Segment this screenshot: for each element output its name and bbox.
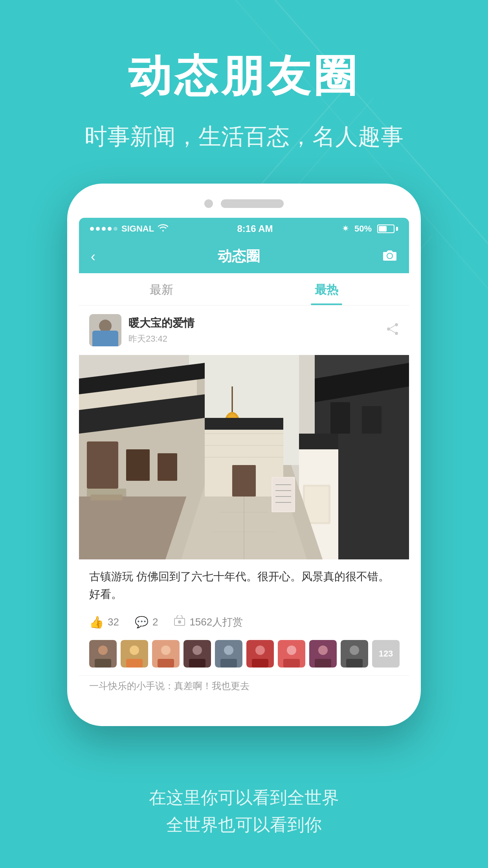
phone-container: SIGNAL 8:16 AM ✴ 50%	[0, 184, 488, 726]
svg-point-7	[395, 332, 398, 335]
mini-avatar-5[interactable]	[215, 640, 242, 668]
status-left: SIGNAL	[90, 224, 168, 234]
signal-dot-4	[108, 227, 112, 231]
post-user-text: 暖大宝的爱情 昨天23:42	[128, 316, 194, 345]
comment-action[interactable]: 💬 2	[135, 616, 158, 629]
svg-point-53	[178, 620, 181, 623]
tabs-bar: 最新 最热	[79, 273, 409, 305]
tab-latest[interactable]: 最新	[79, 273, 244, 305]
phone-speaker	[221, 199, 284, 208]
back-button[interactable]: ‹	[91, 248, 95, 265]
comment-preview-text: 一斗快乐的小手说：真差啊！我也更去	[89, 680, 250, 691]
post-actions: 👍 32 💬 2	[79, 610, 409, 636]
content-area: 暖大宝的爱情 昨天23:42	[79, 305, 409, 700]
svg-point-58	[130, 645, 139, 655]
signal-label: SIGNAL	[121, 224, 154, 234]
svg-rect-18	[158, 453, 177, 481]
svg-rect-65	[189, 659, 205, 668]
battery-bar	[377, 224, 394, 233]
sub-title: 时事新闻，生活百态，名人趣事	[0, 121, 488, 152]
avatar-row: 123	[79, 636, 409, 675]
status-right: ✴ 50%	[342, 224, 398, 234]
like-icon: 👍	[89, 615, 104, 629]
nav-title: 动态圈	[218, 247, 260, 266]
svg-rect-47	[273, 478, 294, 511]
post-time: 昨天23:42	[128, 333, 194, 345]
signal-dots	[90, 227, 117, 231]
svg-rect-30	[305, 487, 328, 522]
svg-point-64	[193, 645, 202, 655]
svg-rect-21	[91, 495, 122, 500]
footer-line1: 在这里你可以看到全世界	[0, 786, 488, 809]
svg-line-9	[390, 330, 395, 333]
phone-mockup: SIGNAL 8:16 AM ✴ 50%	[67, 184, 421, 726]
avatar-img	[89, 314, 121, 346]
post-header: 暖大宝的爱情 昨天23:42	[79, 305, 409, 355]
wifi-icon	[158, 224, 168, 234]
svg-rect-62	[158, 659, 174, 668]
mini-avatar-3[interactable]	[152, 640, 180, 668]
svg-point-70	[255, 645, 265, 655]
more-count-badge[interactable]: 123	[372, 640, 400, 668]
mini-avatar-7[interactable]	[278, 640, 305, 668]
battery-fill	[379, 226, 387, 232]
post-card: 暖大宝的爱情 昨天23:42	[79, 305, 409, 700]
status-bar: SIGNAL 8:16 AM ✴ 50%	[79, 218, 409, 240]
svg-rect-77	[315, 659, 331, 668]
like-count: 32	[108, 616, 119, 628]
like-action[interactable]: 👍 32	[89, 615, 119, 629]
status-time: 8:16 AM	[237, 223, 273, 234]
post-username[interactable]: 暖大宝的爱情	[128, 316, 194, 331]
svg-rect-26	[362, 406, 382, 434]
signal-dot-1	[90, 227, 94, 231]
mini-avatar-1[interactable]	[89, 640, 117, 668]
camera-button[interactable]	[382, 248, 397, 265]
bluetooth-icon: ✴	[342, 224, 349, 234]
svg-point-5	[395, 323, 398, 326]
mini-avatar-9[interactable]	[341, 640, 368, 668]
comment-preview: 一斗快乐的小手说：真差啊！我也更去	[79, 675, 409, 700]
user-avatar[interactable]	[89, 314, 121, 346]
svg-point-76	[318, 645, 328, 655]
svg-rect-28	[299, 434, 338, 449]
tab-hot[interactable]: 最热	[244, 273, 409, 305]
svg-rect-68	[220, 659, 237, 668]
svg-rect-71	[252, 659, 268, 668]
reward-action[interactable]: 1562人打赏	[174, 615, 243, 629]
signal-dot-5	[114, 227, 117, 231]
footer-text: 在这里你可以看到全世界 全世界也可以看到你	[0, 786, 488, 837]
svg-rect-17	[126, 449, 150, 481]
reward-icon	[174, 615, 185, 629]
svg-rect-41	[205, 418, 283, 430]
battery-tip	[396, 227, 398, 231]
comment-count: 2	[152, 616, 158, 628]
mini-avatar-8[interactable]	[309, 640, 337, 668]
svg-rect-80	[346, 659, 363, 668]
svg-point-79	[350, 645, 359, 655]
mini-avatar-2[interactable]	[121, 640, 148, 668]
main-title: 动态朋友圈	[0, 47, 488, 106]
svg-point-55	[98, 645, 108, 655]
svg-point-61	[161, 645, 171, 655]
svg-rect-25	[330, 402, 350, 434]
mini-avatar-4[interactable]	[183, 640, 211, 668]
phone-camera	[204, 199, 213, 208]
post-content: 古镇游玩 仿佛回到了六七十年代。很开心。风景真的很不错。 好看。	[79, 559, 409, 610]
comment-icon: 💬	[135, 616, 149, 629]
svg-rect-74	[283, 659, 300, 668]
svg-rect-59	[126, 659, 143, 668]
share-button[interactable]	[386, 323, 399, 338]
svg-point-67	[224, 645, 233, 655]
header-area: 动态朋友圈 时事新闻，生活百态，名人趣事	[0, 0, 488, 152]
post-image	[79, 355, 409, 559]
nav-bar: ‹ 动态圈	[79, 240, 409, 273]
svg-point-73	[287, 645, 296, 655]
svg-rect-45	[232, 465, 256, 497]
post-user-info: 暖大宝的爱情 昨天23:42	[89, 314, 194, 346]
mini-avatar-6[interactable]	[246, 640, 274, 668]
svg-rect-16	[87, 441, 118, 489]
svg-rect-56	[95, 659, 111, 668]
signal-dot-2	[96, 227, 100, 231]
phone-top-bar	[79, 199, 409, 208]
footer-line2: 全世界也可以看到你	[0, 813, 488, 837]
